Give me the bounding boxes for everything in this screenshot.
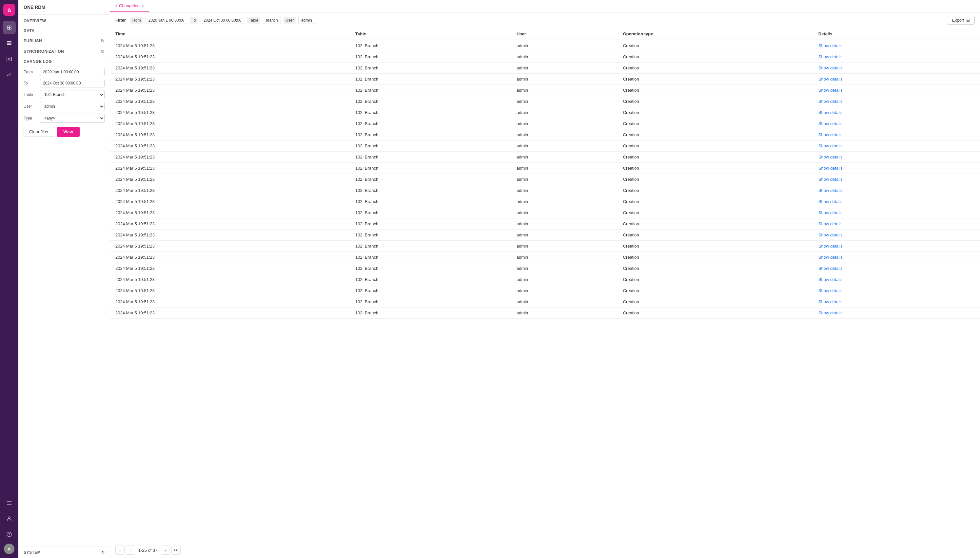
publish-icon: [6, 56, 12, 62]
cell-details: Show details: [813, 96, 980, 107]
type-select[interactable]: <any>: [40, 113, 105, 123]
show-details-link[interactable]: Show details: [819, 310, 843, 315]
cell-user: admin: [511, 62, 618, 74]
cell-operation: Creation: [618, 218, 813, 230]
show-details-link[interactable]: Show details: [819, 99, 843, 104]
tab-close-button[interactable]: ×: [142, 4, 144, 8]
cell-user: admin: [511, 107, 618, 118]
avatar[interactable]: A: [4, 543, 15, 554]
cell-table: 102: Branch: [350, 96, 511, 107]
show-details-link[interactable]: Show details: [819, 88, 843, 93]
show-details-link[interactable]: Show details: [819, 43, 843, 48]
show-details-link[interactable]: Show details: [819, 132, 843, 137]
show-details-link[interactable]: Show details: [819, 277, 843, 282]
cell-time: 2024 Mar 5 19:51:23: [110, 263, 350, 274]
changelog-tab[interactable]: ℹ Changelog ×: [110, 0, 149, 12]
show-details-link[interactable]: Show details: [819, 299, 843, 304]
table-container: Time Table User Operation type Details 2…: [110, 28, 980, 542]
show-details-link[interactable]: Show details: [819, 77, 843, 82]
cell-table: 102: Branch: [350, 207, 511, 218]
cell-details: Show details: [813, 62, 980, 74]
cell-time: 2024 Mar 5 19:51:23: [110, 252, 350, 263]
nav-overview[interactable]: ⊞: [3, 21, 16, 34]
table-body: 2024 Mar 5 19:51:23 102: Branch admin Cr…: [110, 40, 980, 318]
show-details-link[interactable]: Show details: [819, 121, 843, 126]
from-input[interactable]: [40, 68, 105, 76]
cell-details: Show details: [813, 74, 980, 85]
cell-operation: Creation: [618, 141, 813, 152]
cell-time: 2024 Mar 5 19:51:23: [110, 118, 350, 130]
cell-table: 102: Branch: [350, 274, 511, 285]
cell-details: Show details: [813, 163, 980, 174]
nav-chart[interactable]: [3, 68, 16, 81]
cell-details: Show details: [813, 252, 980, 263]
main-content: ℹ Changelog × Filter From 2020 Jan 1 00:…: [110, 0, 980, 558]
show-details-link[interactable]: Show details: [819, 244, 843, 249]
app-logo[interactable]: a: [3, 4, 15, 16]
sidebar-item-publish[interactable]: PUBLISH ↻: [18, 34, 110, 45]
table-row: 2024 Mar 5 19:51:23 102: Branch admin Cr…: [110, 141, 980, 152]
sidebar-item-system[interactable]: SYSTEM ↻: [18, 547, 110, 558]
cell-operation: Creation: [618, 285, 813, 296]
cell-operation: Creation: [618, 174, 813, 185]
show-details-link[interactable]: Show details: [819, 233, 843, 237]
cell-user: admin: [511, 40, 618, 51]
table-row: 2024 Mar 5 19:51:23 102: Branch admin Cr…: [110, 285, 980, 296]
sync-refresh-icon[interactable]: ↻: [100, 49, 105, 54]
show-details-link[interactable]: Show details: [819, 188, 843, 193]
cell-time: 2024 Mar 5 19:51:23: [110, 40, 350, 51]
table-row: 2024 Mar 5 19:51:23 102: Branch admin Cr…: [110, 274, 980, 285]
cell-time: 2024 Mar 5 19:51:23: [110, 218, 350, 230]
cell-details: Show details: [813, 141, 980, 152]
nav-publish[interactable]: [3, 53, 16, 66]
view-button[interactable]: View: [57, 127, 79, 137]
show-details-link[interactable]: Show details: [819, 266, 843, 271]
cell-details: Show details: [813, 263, 980, 274]
nav-settings[interactable]: [3, 496, 16, 510]
to-filter-row: To: [24, 79, 105, 87]
show-details-link[interactable]: Show details: [819, 177, 843, 182]
show-details-link[interactable]: Show details: [819, 143, 843, 148]
clear-filter-button[interactable]: Clear filter: [24, 127, 54, 137]
cell-time: 2024 Mar 5 19:51:23: [110, 285, 350, 296]
sidebar-item-overview[interactable]: OVERVIEW: [18, 15, 110, 25]
cell-time: 2024 Mar 5 19:51:23: [110, 307, 350, 318]
show-details-link[interactable]: Show details: [819, 222, 843, 226]
table-select[interactable]: 102: Branch: [40, 90, 105, 99]
show-details-link[interactable]: Show details: [819, 288, 843, 293]
prev-page-button[interactable]: ‹: [126, 546, 135, 555]
show-details-link[interactable]: Show details: [819, 154, 843, 159]
last-page-button[interactable]: ⏭: [171, 546, 181, 555]
sidebar-item-data[interactable]: DATA: [18, 25, 110, 34]
cell-details: Show details: [813, 218, 980, 230]
cell-table: 102: Branch: [350, 218, 511, 230]
first-page-button[interactable]: «: [115, 546, 125, 555]
show-details-link[interactable]: Show details: [819, 255, 843, 260]
changelog-title: CHANGE LOG: [24, 59, 105, 64]
columns-icon: ⊞: [966, 18, 970, 23]
publish-refresh-icon[interactable]: ↻: [100, 38, 105, 44]
svg-text:?: ?: [8, 533, 10, 537]
show-details-link[interactable]: Show details: [819, 166, 843, 171]
table-row: 2024 Mar 5 19:51:23 102: Branch admin Cr…: [110, 163, 980, 174]
show-details-link[interactable]: Show details: [819, 66, 843, 71]
type-filter-row: Type <any>: [24, 113, 105, 123]
nav-users[interactable]: [3, 512, 16, 525]
nav-help[interactable]: ?: [3, 528, 16, 541]
col-time: Time: [110, 28, 350, 40]
to-input[interactable]: [40, 79, 105, 87]
show-details-link[interactable]: Show details: [819, 210, 843, 215]
show-details-link[interactable]: Show details: [819, 110, 843, 115]
filter-table-value: branch: [263, 17, 281, 24]
user-select[interactable]: admin: [40, 102, 105, 111]
show-details-link[interactable]: Show details: [819, 199, 843, 204]
show-details-link[interactable]: Show details: [819, 54, 843, 59]
cell-table: 102: Branch: [350, 185, 511, 196]
nav-data[interactable]: [3, 37, 16, 50]
system-refresh-icon[interactable]: ↻: [101, 550, 105, 555]
sidebar-item-synchronization[interactable]: SYNCHRONIZATION ↻: [18, 45, 110, 55]
table-row: 2024 Mar 5 19:51:23 102: Branch admin Cr…: [110, 252, 980, 263]
export-button[interactable]: Export ⊞: [947, 16, 975, 25]
pagination: « ‹ 1-25 of 37 › ⏭: [110, 542, 980, 558]
next-page-button[interactable]: ›: [161, 546, 170, 555]
